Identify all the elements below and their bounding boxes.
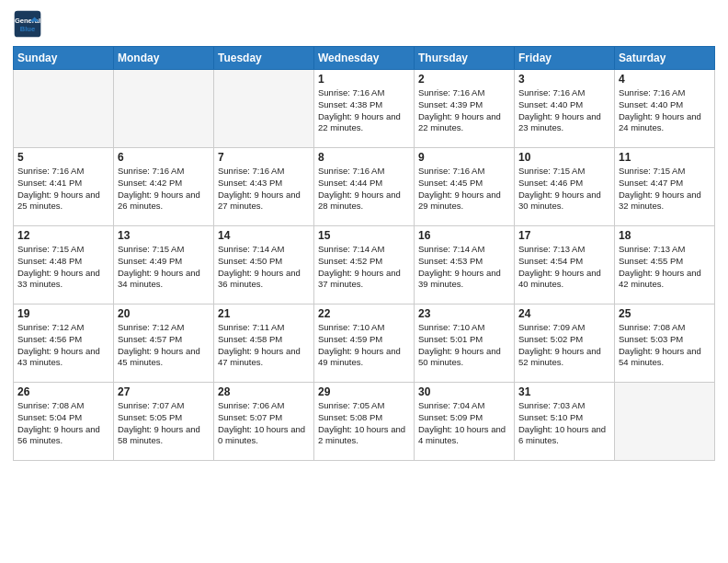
calendar-cell: 19Sunrise: 7:12 AM Sunset: 4:56 PM Dayli… [14,304,114,383]
calendar-week-row: 5Sunrise: 7:16 AM Sunset: 4:41 PM Daylig… [14,148,715,226]
day-number: 5 [17,151,109,164]
day-info: Sunrise: 7:09 AM Sunset: 5:02 PM Dayligh… [518,322,610,369]
calendar-cell: 21Sunrise: 7:11 AM Sunset: 4:58 PM Dayli… [214,304,314,383]
calendar-cell: 7Sunrise: 7:16 AM Sunset: 4:43 PM Daylig… [214,148,314,226]
day-info: Sunrise: 7:14 AM Sunset: 4:53 PM Dayligh… [418,244,510,291]
day-number: 25 [619,307,711,320]
day-number: 1 [318,73,410,86]
calendar-cell: 20Sunrise: 7:12 AM Sunset: 4:57 PM Dayli… [114,304,214,383]
calendar-cell: 11Sunrise: 7:15 AM Sunset: 4:47 PM Dayli… [615,148,715,226]
day-info: Sunrise: 7:11 AM Sunset: 4:58 PM Dayligh… [218,322,310,369]
calendar-cell [114,70,214,148]
day-number: 14 [218,229,310,242]
calendar-cell: 18Sunrise: 7:13 AM Sunset: 4:55 PM Dayli… [615,226,715,304]
calendar-header-saturday: Saturday [615,47,715,70]
calendar-cell: 16Sunrise: 7:14 AM Sunset: 4:53 PM Dayli… [415,226,515,304]
day-info: Sunrise: 7:16 AM Sunset: 4:41 PM Dayligh… [17,166,109,213]
calendar-cell [615,383,715,461]
calendar-header-wednesday: Wednesday [314,47,415,70]
day-info: Sunrise: 7:15 AM Sunset: 4:46 PM Dayligh… [518,166,610,213]
day-number: 17 [518,229,610,242]
day-info: Sunrise: 7:15 AM Sunset: 4:49 PM Dayligh… [118,244,210,291]
day-number: 4 [619,73,711,86]
calendar-cell: 27Sunrise: 7:07 AM Sunset: 5:05 PM Dayli… [114,383,214,461]
logo: General Blue [13,9,46,39]
day-number: 21 [218,307,310,320]
day-info: Sunrise: 7:16 AM Sunset: 4:43 PM Dayligh… [218,166,310,213]
calendar-header-monday: Monday [114,47,214,70]
day-number: 13 [118,229,210,242]
day-number: 8 [318,151,410,164]
calendar-cell: 15Sunrise: 7:14 AM Sunset: 4:52 PM Dayli… [314,226,415,304]
day-number: 31 [518,385,610,398]
day-info: Sunrise: 7:16 AM Sunset: 4:38 PM Dayligh… [318,87,410,134]
header: General Blue [13,9,715,39]
calendar-cell: 23Sunrise: 7:10 AM Sunset: 5:01 PM Dayli… [415,304,515,383]
calendar-week-row: 1Sunrise: 7:16 AM Sunset: 4:38 PM Daylig… [14,70,715,148]
day-number: 10 [518,151,610,164]
calendar-cell: 5Sunrise: 7:16 AM Sunset: 4:41 PM Daylig… [14,148,114,226]
calendar-week-row: 12Sunrise: 7:15 AM Sunset: 4:48 PM Dayli… [14,226,715,304]
day-number: 30 [418,385,510,398]
calendar-header-tuesday: Tuesday [214,47,314,70]
calendar-cell: 22Sunrise: 7:10 AM Sunset: 4:59 PM Dayli… [314,304,415,383]
day-number: 11 [619,151,711,164]
day-info: Sunrise: 7:08 AM Sunset: 5:04 PM Dayligh… [17,400,109,447]
day-info: Sunrise: 7:12 AM Sunset: 4:57 PM Dayligh… [118,322,210,369]
day-number: 19 [17,307,109,320]
day-number: 3 [518,73,610,86]
calendar-cell: 28Sunrise: 7:06 AM Sunset: 5:07 PM Dayli… [214,383,314,461]
day-info: Sunrise: 7:15 AM Sunset: 4:47 PM Dayligh… [619,166,711,213]
calendar-cell: 1Sunrise: 7:16 AM Sunset: 4:38 PM Daylig… [314,70,415,148]
day-info: Sunrise: 7:13 AM Sunset: 4:54 PM Dayligh… [518,244,610,291]
day-number: 7 [218,151,310,164]
calendar-header-row: SundayMondayTuesdayWednesdayThursdayFrid… [14,47,715,70]
day-number: 28 [218,385,310,398]
calendar-week-row: 19Sunrise: 7:12 AM Sunset: 4:56 PM Dayli… [14,304,715,383]
svg-text:Blue: Blue [20,25,35,33]
day-info: Sunrise: 7:12 AM Sunset: 4:56 PM Dayligh… [17,322,109,369]
day-info: Sunrise: 7:16 AM Sunset: 4:42 PM Dayligh… [118,166,210,213]
day-info: Sunrise: 7:16 AM Sunset: 4:39 PM Dayligh… [418,87,510,134]
calendar-cell: 30Sunrise: 7:04 AM Sunset: 5:09 PM Dayli… [415,383,515,461]
calendar-cell: 8Sunrise: 7:16 AM Sunset: 4:44 PM Daylig… [314,148,415,226]
day-number: 18 [619,229,711,242]
calendar-week-row: 26Sunrise: 7:08 AM Sunset: 5:04 PM Dayli… [14,383,715,461]
day-info: Sunrise: 7:14 AM Sunset: 4:50 PM Dayligh… [218,244,310,291]
day-info: Sunrise: 7:07 AM Sunset: 5:05 PM Dayligh… [118,400,210,447]
day-number: 12 [17,229,109,242]
day-number: 23 [418,307,510,320]
calendar: SundayMondayTuesdayWednesdayThursdayFrid… [13,46,715,461]
calendar-cell: 6Sunrise: 7:16 AM Sunset: 4:42 PM Daylig… [114,148,214,226]
calendar-cell: 29Sunrise: 7:05 AM Sunset: 5:08 PM Dayli… [314,383,415,461]
calendar-cell: 12Sunrise: 7:15 AM Sunset: 4:48 PM Dayli… [14,226,114,304]
day-number: 15 [318,229,410,242]
day-number: 29 [318,385,410,398]
day-info: Sunrise: 7:16 AM Sunset: 4:44 PM Dayligh… [318,166,410,213]
calendar-cell: 4Sunrise: 7:16 AM Sunset: 4:40 PM Daylig… [615,70,715,148]
day-number: 9 [418,151,510,164]
day-info: Sunrise: 7:03 AM Sunset: 5:10 PM Dayligh… [518,400,610,447]
day-info: Sunrise: 7:10 AM Sunset: 4:59 PM Dayligh… [318,322,410,369]
logo-icon: General Blue [13,9,42,39]
page: General Blue SundayMondayTuesdayWednesda… [0,0,728,563]
calendar-cell: 10Sunrise: 7:15 AM Sunset: 4:46 PM Dayli… [515,148,615,226]
day-info: Sunrise: 7:04 AM Sunset: 5:09 PM Dayligh… [418,400,510,447]
day-number: 22 [318,307,410,320]
calendar-header-friday: Friday [515,47,615,70]
day-info: Sunrise: 7:13 AM Sunset: 4:55 PM Dayligh… [619,244,711,291]
day-info: Sunrise: 7:15 AM Sunset: 4:48 PM Dayligh… [17,244,109,291]
calendar-header-thursday: Thursday [415,47,515,70]
calendar-cell: 3Sunrise: 7:16 AM Sunset: 4:40 PM Daylig… [515,70,615,148]
calendar-cell: 24Sunrise: 7:09 AM Sunset: 5:02 PM Dayli… [515,304,615,383]
day-number: 16 [418,229,510,242]
day-number: 2 [418,73,510,86]
day-info: Sunrise: 7:14 AM Sunset: 4:52 PM Dayligh… [318,244,410,291]
calendar-cell: 26Sunrise: 7:08 AM Sunset: 5:04 PM Dayli… [14,383,114,461]
day-info: Sunrise: 7:16 AM Sunset: 4:40 PM Dayligh… [619,87,711,134]
calendar-cell: 25Sunrise: 7:08 AM Sunset: 5:03 PM Dayli… [615,304,715,383]
calendar-cell: 31Sunrise: 7:03 AM Sunset: 5:10 PM Dayli… [515,383,615,461]
day-info: Sunrise: 7:08 AM Sunset: 5:03 PM Dayligh… [619,322,711,369]
calendar-cell [214,70,314,148]
calendar-cell: 2Sunrise: 7:16 AM Sunset: 4:39 PM Daylig… [415,70,515,148]
